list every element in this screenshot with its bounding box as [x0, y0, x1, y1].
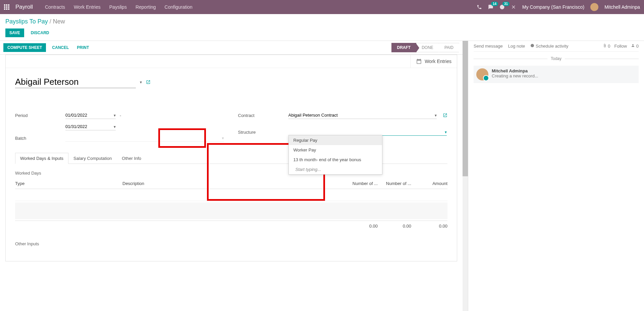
nav-configuration[interactable]: Configuration: [165, 4, 193, 10]
breadcrumb-root[interactable]: Payslips To Pay: [5, 18, 48, 25]
tab-worked-days[interactable]: Worked Days & Inputs: [15, 153, 68, 164]
col-description: Description: [122, 181, 347, 186]
dropdown-option[interactable]: Worker Pay: [289, 145, 382, 155]
work-entries-label: Work Entries: [425, 59, 451, 64]
other-inputs-title: Other Inputs: [15, 241, 447, 246]
external-link-icon[interactable]: [146, 80, 151, 84]
stage-paid[interactable]: PAID: [439, 43, 459, 52]
tab-other-info[interactable]: Other Info: [117, 153, 146, 164]
print-button[interactable]: PRINT: [73, 43, 93, 52]
total-amount: 0.00: [414, 224, 447, 229]
caret-down-icon[interactable]: ▼: [139, 80, 143, 84]
tab-salary-computation[interactable]: Salary Computation: [68, 153, 117, 164]
col-type: Type: [15, 181, 122, 186]
follow-button[interactable]: Follow: [614, 44, 627, 49]
dropdown-option[interactable]: Regular Pay: [289, 135, 382, 145]
discard-button[interactable]: DISCARD: [27, 28, 53, 37]
external-link-icon[interactable]: [443, 113, 447, 118]
avatar: [476, 68, 488, 80]
company-name[interactable]: My Company (San Francisco): [522, 4, 584, 10]
worked-days-table: Type Description Number of ... Number of…: [15, 178, 447, 231]
col-number-days: Number of ...: [347, 181, 380, 186]
status-bar: COMPUTE SHEET CANCEL PRINT DRAFT DONE PA…: [0, 41, 463, 55]
batch-label: Batch: [15, 136, 65, 141]
form-area: COMPUTE SHEET CANCEL PRINT DRAFT DONE PA…: [0, 41, 463, 311]
structure-field[interactable]: [288, 128, 447, 136]
structure-dropdown: Regular Pay Worker Pay 13 th month- end …: [288, 135, 382, 175]
tabs: Worked Days & Inputs Salary Computation …: [15, 152, 447, 164]
caret-down-icon[interactable]: ▼: [221, 136, 225, 140]
attachments-count[interactable]: 0: [603, 44, 610, 49]
caret-down-icon[interactable]: ▼: [434, 114, 437, 117]
paperclip-icon: [603, 44, 607, 48]
contract-field[interactable]: [288, 112, 437, 119]
message-author: Mitchell Adminpa: [492, 68, 528, 73]
activity-icon[interactable]: 31: [499, 4, 505, 10]
followers-count[interactable]: 0: [631, 44, 639, 49]
work-entries-button[interactable]: Work Entries: [410, 55, 457, 68]
breadcrumb-current: New: [53, 18, 65, 25]
calendar-icon: [416, 58, 422, 64]
form-sheet: Work Entries ▼ Period: [5, 55, 457, 261]
nav-work-entries[interactable]: Work Entries: [74, 4, 101, 10]
caret-down-icon[interactable]: ▼: [444, 130, 447, 134]
send-message-button[interactable]: Send message: [474, 44, 503, 49]
caret-down-icon[interactable]: ▼: [113, 114, 116, 117]
dropdown-footer: Start typing...: [289, 165, 382, 174]
chatter-message: Mitchell Adminpa Creating a new record..…: [474, 66, 639, 83]
col-amount: Amount: [414, 181, 447, 186]
stage-draft[interactable]: DRAFT: [391, 43, 417, 52]
chatter-date-separator: Today: [474, 56, 639, 61]
date-from-field[interactable]: [65, 112, 116, 119]
user-avatar[interactable]: [590, 3, 598, 11]
compute-sheet-button[interactable]: COMPUTE SHEET: [3, 43, 46, 52]
chat-icon[interactable]: 14: [488, 4, 493, 10]
control-panel: Payslips To Pay / New SAVE DISCARD: [0, 14, 644, 41]
nav-menu: Contracts Work Entries Payslips Reportin…: [45, 4, 193, 10]
total-days: 0.00: [347, 224, 380, 229]
breadcrumb: Payslips To Pay / New: [5, 18, 639, 25]
log-note-button[interactable]: Log note: [508, 44, 525, 49]
period-label: Period: [15, 113, 65, 118]
top-nav: Payroll Contracts Work Entries Payslips …: [0, 0, 644, 14]
chatter: Send message Log note Schedule activity …: [468, 41, 644, 311]
structure-label: Structure: [238, 130, 288, 135]
close-icon[interactable]: [511, 4, 516, 10]
table-row[interactable]: [15, 202, 447, 219]
nav-reporting[interactable]: Reporting: [136, 4, 156, 10]
col-number-hours: Number of ...: [380, 181, 414, 186]
message-body: Creating a new record...: [492, 73, 538, 78]
phone-icon[interactable]: [477, 4, 482, 10]
activity-badge: 31: [502, 2, 509, 6]
chat-badge: 14: [491, 2, 498, 6]
table-row[interactable]: [15, 189, 447, 201]
apps-icon[interactable]: [4, 4, 9, 10]
caret-down-icon[interactable]: ▼: [113, 125, 116, 129]
date-to-field[interactable]: [65, 123, 116, 130]
schedule-activity-button[interactable]: Schedule activity: [530, 44, 568, 49]
total-hours: 0.00: [380, 224, 414, 229]
employee-field[interactable]: [15, 76, 136, 88]
scrollbar[interactable]: [463, 41, 468, 311]
user-name[interactable]: Mitchell Adminpa: [604, 4, 640, 10]
contract-label: Contract: [238, 113, 288, 118]
user-icon: [631, 44, 635, 48]
batch-field[interactable]: [65, 134, 224, 142]
clock-icon: [530, 44, 534, 48]
save-button[interactable]: SAVE: [5, 28, 24, 37]
worked-days-title: Worked Days: [15, 171, 447, 176]
cancel-button[interactable]: CANCEL: [48, 43, 73, 52]
dropdown-option[interactable]: 13 th month- end of the year bonus: [289, 155, 382, 165]
stage-done[interactable]: DONE: [416, 43, 439, 52]
nav-payslips[interactable]: Payslips: [109, 4, 127, 10]
nav-contracts[interactable]: Contracts: [45, 4, 65, 10]
app-brand[interactable]: Payroll: [15, 4, 33, 10]
